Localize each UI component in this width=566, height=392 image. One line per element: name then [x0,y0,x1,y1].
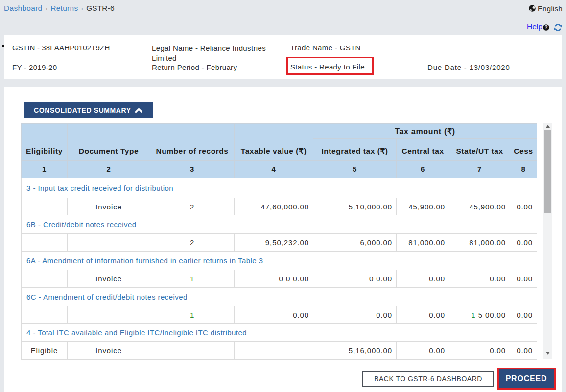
svg-text:?: ? [545,25,548,30]
